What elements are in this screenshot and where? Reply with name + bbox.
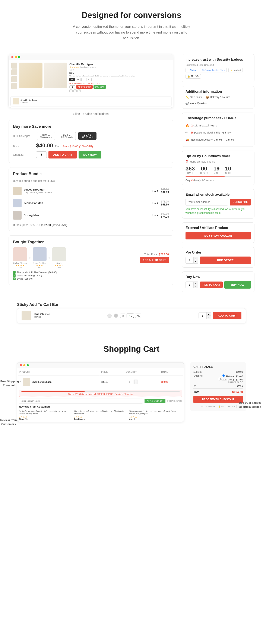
bundle-img-3 [13, 211, 21, 220]
bulk-option-3[interactable]: BUY 3 $40.00 each [78, 132, 96, 140]
subscribe-button[interactable]: SUBSCRIBE [230, 199, 251, 206]
shipping-row: Shipping Flat rate: $19.00 Local pickup:… [193, 374, 243, 383]
days-label: DAYS [186, 172, 195, 174]
preorder-qty-group: ▲ ▼ [186, 257, 198, 264]
bundle-qty-2[interactable]: 1 ▲▼ [152, 202, 159, 205]
sticky-add-to-cart-button[interactable]: ADD TO CART [213, 312, 242, 319]
bundle-qty-1[interactable]: 1 ▲▼ [152, 190, 159, 192]
buy-now-qty-input[interactable] [186, 282, 193, 288]
thumb-2[interactable] [11, 70, 17, 76]
delivery-return-link[interactable]: 📦 Delivery & Return [206, 96, 230, 99]
sticky-product-name: Pull Classic [34, 312, 50, 316]
buy-from-amazon-button[interactable]: BUY FROM AMAZON [186, 232, 251, 240]
together-check-3[interactable]: ✓ Sylvie ($65.00) [13, 278, 169, 280]
checkbox-3[interactable]: ✓ [13, 278, 15, 280]
countdown-hours: 00 HOURS [200, 165, 208, 174]
checkbox-2[interactable]: ✓ [13, 274, 15, 277]
cart-qty-up[interactable]: ▲ [134, 380, 137, 382]
sticky-qty-down[interactable]: ▼ [207, 316, 211, 319]
size-guide-link[interactable]: 📏 Size Guide [186, 96, 203, 99]
sticky-qty-input[interactable] [199, 313, 207, 318]
notif-product-img [13, 98, 19, 104]
mock-btn-buy-now[interactable]: BUY NOW [93, 85, 106, 89]
preorder-qty-up[interactable]: ▲ [194, 257, 198, 260]
together-check-1[interactable]: ✓ This product: Ruffled Sleeves ($69.00) [13, 271, 169, 274]
review-annotation: Review from Customers [0, 418, 17, 426]
mock-btn-add-cart[interactable]: ADD TO CART [76, 85, 93, 89]
price-each: Each [55, 145, 61, 148]
trust-truste: TRUSTe [227, 405, 237, 408]
total-row: Total $104.50 [193, 388, 243, 394]
bulk-option-1[interactable]: BUY 1 $50.00 each [37, 132, 55, 140]
browser-dot-red [11, 56, 13, 58]
together-check-2[interactable]: ✓ Jeans For Men ($78.00) [13, 274, 169, 277]
timer-icon: ⏰ [186, 160, 189, 163]
secs-label: SECS [225, 172, 231, 174]
sticky-size-l[interactable]: ✓ L [127, 314, 134, 318]
checkbox-1[interactable]: ✓ [13, 271, 15, 274]
sticky-qty-up[interactable]: ▲ [207, 312, 211, 316]
thumb-4[interactable] [11, 83, 17, 89]
color-swatch-2[interactable] [114, 314, 118, 318]
size-xs[interactable]: XS [69, 78, 75, 82]
sep-2: : [210, 166, 211, 171]
together-product-2: Jeans For Men ★★★★★ $78 [33, 247, 46, 268]
together-title: Bought Together [13, 240, 169, 244]
thumb-3[interactable] [11, 76, 17, 82]
sticky-qty-arrows[interactable]: ▲ ▼ [207, 312, 211, 319]
size-m[interactable]: M [76, 78, 80, 82]
mock-price: $65 [69, 71, 171, 74]
buy-now-qty-down[interactable]: ▼ [194, 285, 198, 288]
cart-qty-down[interactable]: ▼ [134, 382, 137, 384]
buy-now-button-2[interactable]: BUY NOW [224, 281, 251, 288]
remove-item-icon[interactable]: ✕ [19, 380, 21, 383]
together-plus-2: + [48, 256, 51, 260]
subtotal-label: Subtotal [193, 370, 202, 373]
email-input[interactable] [186, 199, 228, 206]
color-swatch-1[interactable] [107, 314, 112, 318]
qty-row: Quantity: ADD TO CART BUY NOW [13, 151, 169, 158]
size-guide-icon: 📏 [186, 96, 189, 99]
preorder-button[interactable]: PRE ORDER [200, 256, 251, 264]
thumb-1[interactable] [11, 62, 17, 68]
coupon-input[interactable] [19, 398, 143, 404]
bundle-sale-1: $59.25 [161, 191, 169, 194]
apply-coupon-button[interactable]: APPLY COUPON [145, 399, 165, 403]
add-all-to-cart-button[interactable]: ADD ALL TO CART [140, 257, 169, 263]
together-content: Ruffled Sleeves ★★★★★ $78 + Jeans For Me… [13, 247, 169, 281]
preorder-qty-input[interactable] [186, 258, 193, 263]
remove-cart-label[interactable]: INITIATE CART [167, 400, 182, 402]
sticky-size-m[interactable]: M [120, 314, 125, 318]
buy-now-qty-arrows[interactable]: ▲ ▼ [193, 282, 198, 288]
sticky-size-xl[interactable]: XL [135, 314, 141, 318]
vat-value: $9.50 [237, 384, 243, 387]
bulk-option-2[interactable]: BUY 2 $45.00 each [58, 132, 76, 140]
shopping-cart-section: Shopping Cart Free Shipping Threshold Us… [0, 336, 263, 444]
cart-qty-input[interactable] [126, 380, 133, 384]
mock-product-body: Chenille Cardigan ★★★★☆ 8 customer revie… [9, 60, 173, 95]
notif-product-name: Chenille Cardigan [20, 99, 37, 101]
qty-input[interactable] [36, 152, 47, 158]
buy-now-button[interactable]: BUY NOW [79, 151, 101, 158]
buy-now-add-cart-button[interactable]: ADD TO CART [200, 282, 223, 288]
bundle-qty-3[interactable]: 1 ▲▼ [152, 214, 159, 217]
shipping-local: Local pickup: $13.00 [218, 378, 243, 381]
size-xl[interactable]: XL [86, 78, 92, 82]
delivery-label: Delivery & Return [210, 96, 230, 99]
buy-now-qty-up[interactable]: ▲ [194, 282, 198, 285]
fomo-fire-icon: 🔥 [186, 124, 189, 127]
size-l[interactable]: L [81, 78, 85, 82]
mock-qty-input[interactable] [69, 86, 75, 88]
ask-question-link[interactable]: 💬 Ask a Question [186, 102, 207, 105]
sales-notification: Chenille Cardigan 1 day ago [10, 96, 171, 106]
checkout-button[interactable]: PROCEED TO CHECKOUT [193, 396, 243, 403]
cart-qty-arrows: ▲ ▼ [134, 380, 137, 384]
fomo-item-1: 🔥 2 sold in last 14 hours [186, 122, 251, 129]
cart-table: PRODUCT PRICE QUANTITY TOTAL ✕ [17, 368, 184, 388]
bulk-opt3-label: BUY 3 [81, 133, 93, 136]
shipping-flat-radio[interactable] [223, 374, 225, 377]
shipping-local-radio[interactable] [218, 378, 221, 380]
preorder-qty-down[interactable]: ▼ [194, 260, 198, 263]
preorder-qty-arrows[interactable]: ▲ ▼ [193, 257, 198, 263]
add-to-cart-button[interactable]: ADD TO CART [48, 151, 77, 158]
